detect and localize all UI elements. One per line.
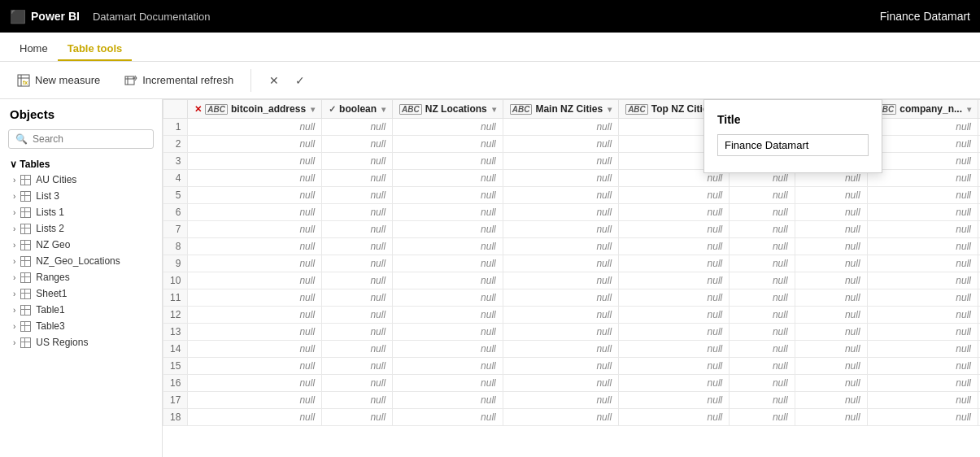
cell-17-6: null [795, 392, 867, 409]
cell-11-1: null [322, 289, 393, 307]
popup-field-label [717, 134, 869, 156]
cell-7-7: null [867, 221, 978, 238]
cell-7-5: null [730, 221, 795, 238]
cell-4-0: null [188, 170, 322, 187]
cell-9-1: null [322, 255, 393, 272]
cell-10-1: null [322, 272, 393, 289]
cell-10-0: null [188, 272, 322, 289]
sidebar-search[interactable]: 🔍 [8, 129, 154, 149]
cell-3-2: null [393, 153, 503, 170]
sidebar-item-table1[interactable]: › Table1 [0, 302, 162, 318]
cell-7-2: null [393, 221, 503, 238]
incremental-refresh-button[interactable]: Incremental refresh [114, 68, 244, 93]
cell-10-5: null [730, 272, 795, 289]
cell-8-4: null [619, 238, 730, 255]
tab-home[interactable]: Home [10, 37, 58, 61]
row-number: 10 [163, 272, 188, 289]
col-header-2[interactable]: ABCNZ Locations▾ [393, 100, 503, 119]
sidebar-item-table3[interactable]: › Table3 [0, 318, 162, 334]
col-dropdown-icon[interactable]: ▾ [492, 105, 496, 114]
cell-8-7: null [867, 238, 978, 255]
cell-14-5: null [730, 341, 795, 358]
app-title: Datamart Documentation [93, 11, 211, 23]
cell-4-1: null [322, 170, 393, 187]
table-icon [20, 321, 31, 332]
cell-5-2: null [393, 187, 503, 204]
table-icon [20, 337, 31, 348]
sidebar-item-list-3[interactable]: › List 3 [0, 188, 162, 204]
popup-title: Title [717, 113, 869, 126]
popup-title-input[interactable] [717, 134, 869, 156]
incremental-refresh-label: Incremental refresh [142, 74, 233, 86]
cell-5-7: null [867, 187, 978, 204]
confirm-button[interactable]: ✓ [290, 71, 310, 90]
row-number: 8 [163, 238, 188, 255]
cell-2-3: null [503, 136, 618, 153]
sidebar-item-au-cities[interactable]: › AU Cities [0, 172, 162, 188]
cell-3-7: null [867, 153, 978, 170]
sidebar-item-lists-1[interactable]: › Lists 1 [0, 204, 162, 220]
tables-section-title: ∨ Tables [0, 155, 162, 172]
cell-12-2: null [393, 307, 503, 324]
table-row: 8nullnullnullnullnullnullnullnullnull [163, 238, 981, 255]
sidebar-item-label: Table3 [36, 320, 64, 332]
sidebar-item-nz-geo[interactable]: › NZ Geo [0, 237, 162, 253]
data-area[interactable]: Title ✕ABCbitcoin_address▾✓boolean▾ABCNZ… [163, 99, 980, 457]
cell-5-0: null [188, 187, 322, 204]
cell-13-7: null [867, 324, 978, 341]
search-input[interactable] [33, 133, 146, 145]
col-header-1[interactable]: ✓boolean▾ [322, 100, 393, 119]
new-measure-icon: fx [17, 74, 30, 87]
row-number: 9 [163, 255, 188, 272]
table-row: 12nullnullnullnullnullnullnullnullnull [163, 307, 981, 324]
cell-16-5: null [730, 375, 795, 392]
cell-18-2: null [393, 409, 503, 426]
sidebar-item-lists-2[interactable]: › Lists 2 [0, 220, 162, 237]
cell-18-4: null [619, 409, 730, 426]
chevron-icon: › [13, 241, 15, 250]
cell-1-7: null [867, 119, 978, 136]
col-header-3[interactable]: ABCMain NZ Cities▾ [503, 100, 618, 119]
cell-8-2: null [393, 238, 503, 255]
col-dropdown-icon[interactable]: ▾ [381, 105, 385, 114]
cell-16-0: null [188, 375, 322, 392]
row-number: 1 [163, 119, 188, 136]
cancel-button[interactable]: ✕ [264, 71, 284, 90]
abc-type-icon: ABC [399, 104, 422, 115]
cell-11-3: null [503, 289, 618, 307]
cell-12-5: null [730, 307, 795, 324]
cell-8-0: null [188, 238, 322, 255]
cell-14-0: null [188, 341, 322, 358]
cell-10-7: null [867, 272, 978, 289]
sidebar-item-sheet1[interactable]: › Sheet1 [0, 285, 162, 302]
col-header-0[interactable]: ✕ABCbitcoin_address▾ [188, 100, 322, 119]
cell-13-4: null [619, 324, 730, 341]
cell-5-3: null [503, 187, 618, 204]
cell-16-7: null [867, 375, 978, 392]
cell-6-6: null [795, 204, 867, 221]
sidebar-item-us-regions[interactable]: › US Regions [0, 334, 162, 350]
sidebar-item-nz_geo_locations[interactable]: › NZ_Geo_Locations [0, 253, 162, 269]
cell-1-0: null [188, 119, 322, 136]
new-measure-button[interactable]: fx New measure [7, 68, 111, 93]
cell-14-7: null [867, 341, 978, 358]
cell-7-1: null [322, 221, 393, 238]
col-dropdown-icon[interactable]: ▾ [311, 105, 315, 114]
col-dropdown-icon[interactable]: ▾ [967, 105, 971, 114]
row-number: 14 [163, 341, 188, 358]
sidebar-item-ranges[interactable]: › Ranges [0, 269, 162, 285]
tab-table-tools[interactable]: Table tools [58, 37, 133, 61]
chevron-icon: › [13, 289, 15, 298]
top-bar: ⬛ Power BI Datamart Documentation Financ… [0, 0, 980, 33]
col-dropdown-icon[interactable]: ▾ [608, 105, 612, 114]
cell-3-1: null [322, 153, 393, 170]
table-row: 16nullnullnullnullnullnullnullnullnull [163, 375, 981, 392]
table-icon [20, 207, 31, 218]
cell-16-3: null [503, 375, 618, 392]
cell-11-4: null [619, 289, 730, 307]
cell-10-2: null [393, 272, 503, 289]
toolbar-actions: ✕ ✓ [264, 71, 310, 90]
col-header-7[interactable]: ABCcompany_n...▾ [867, 100, 978, 119]
sidebar: Objects 🔍 ∨ Tables › AU Cities › List 3 … [0, 99, 163, 457]
cell-11-6: null [795, 289, 867, 307]
